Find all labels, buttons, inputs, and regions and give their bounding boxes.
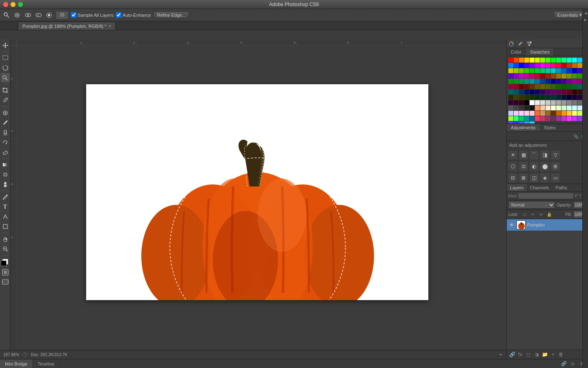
swatch[interactable]	[567, 84, 572, 89]
swatch[interactable]	[556, 105, 561, 110]
swatch[interactable]	[519, 58, 524, 63]
swatch[interactable]	[508, 58, 513, 63]
swatch[interactable]	[572, 79, 577, 84]
swatch[interactable]	[540, 95, 545, 100]
layers-filter-input[interactable]	[518, 193, 574, 199]
swatch[interactable]	[577, 63, 582, 68]
swatch[interactable]	[561, 105, 566, 110]
swatch[interactable]	[519, 111, 524, 116]
new-adjustment-button[interactable]: ◑	[533, 351, 540, 358]
swatch[interactable]	[508, 116, 513, 121]
swatch[interactable]	[519, 74, 524, 79]
swatch[interactable]	[540, 116, 545, 121]
quick-mask-button[interactable]	[1, 268, 10, 277]
layers-tab[interactable]: Layers	[507, 184, 527, 191]
new-group-button[interactable]: 📁	[541, 351, 548, 358]
swatch[interactable]	[551, 111, 556, 116]
swatch[interactable]	[567, 111, 572, 116]
swatch[interactable]	[519, 100, 524, 105]
swatches-tab[interactable]: Swatches	[526, 48, 554, 56]
window-controls[interactable]	[3, 2, 23, 7]
zoom-tool[interactable]	[1, 245, 10, 254]
swatch[interactable]	[535, 84, 540, 89]
swatch[interactable]	[524, 68, 529, 73]
swatch[interactable]	[556, 111, 561, 116]
color-panel-icon[interactable]	[507, 39, 516, 48]
swatch[interactable]	[577, 68, 582, 73]
swatch[interactable]	[567, 105, 572, 110]
swatch[interactable]	[551, 68, 556, 73]
swatch[interactable]	[572, 68, 577, 73]
swatch[interactable]	[556, 74, 561, 79]
path-selection-tool[interactable]	[1, 212, 10, 221]
swatch[interactable]	[514, 100, 519, 105]
swatch[interactable]	[577, 74, 582, 79]
swatch[interactable]	[524, 95, 529, 100]
screen-mode-button[interactable]	[1, 278, 10, 287]
healing-tool[interactable]	[1, 108, 10, 117]
swatch[interactable]	[519, 90, 524, 94]
black-white-icon[interactable]: ◐	[530, 162, 539, 171]
swatch[interactable]	[508, 68, 513, 73]
brush-presets-icon[interactable]	[525, 39, 534, 48]
timeline-tab[interactable]: Timeline	[33, 359, 60, 368]
swatch[interactable]	[514, 111, 519, 116]
swatch[interactable]	[530, 79, 535, 84]
swatch[interactable]	[540, 68, 545, 73]
swatch[interactable]	[572, 74, 577, 79]
swatch[interactable]	[535, 100, 540, 105]
brush-preset-icon[interactable]	[45, 11, 53, 19]
swatch[interactable]	[577, 79, 582, 84]
swatch[interactable]	[540, 79, 545, 84]
swatch[interactable]	[519, 95, 524, 100]
swatch[interactable]	[572, 84, 577, 89]
swatch[interactable]	[540, 105, 545, 110]
swatch[interactable]	[540, 58, 545, 63]
swatch[interactable]	[530, 68, 535, 73]
swatch[interactable]	[561, 95, 566, 100]
swatch[interactable]	[567, 68, 572, 73]
color-balance-icon[interactable]: ⚖	[519, 162, 528, 171]
swatch[interactable]	[551, 79, 556, 84]
swatch[interactable]	[577, 100, 582, 105]
posterize-icon[interactable]: ⊠	[519, 173, 528, 182]
swatch[interactable]	[535, 63, 540, 68]
swatch[interactable]	[535, 90, 540, 94]
swatch[interactable]	[561, 116, 566, 121]
close-tab-button[interactable]: ×	[109, 24, 111, 28]
swatch[interactable]	[546, 116, 550, 121]
swatch[interactable]	[572, 116, 577, 121]
swatch[interactable]	[551, 116, 556, 121]
lasso-tool[interactable]	[1, 63, 10, 72]
swatch[interactable]	[577, 90, 582, 94]
auto-enhance-checkbox[interactable]: Auto-Enhance	[116, 12, 151, 18]
curves-icon[interactable]: ⌒	[530, 150, 539, 159]
brush-size-display[interactable]: 15	[56, 11, 69, 19]
swatch[interactable]	[530, 105, 535, 110]
swatch[interactable]	[577, 105, 582, 110]
swatch[interactable]	[567, 95, 572, 100]
swatch[interactable]	[561, 84, 566, 89]
swatch[interactable]	[556, 79, 561, 84]
foreground-background-colors[interactable]	[1, 258, 10, 267]
lock-all-button[interactable]: 🔒	[546, 211, 552, 218]
swatch[interactable]	[514, 68, 519, 73]
invert-icon[interactable]: ⊟	[508, 173, 517, 182]
swatch[interactable]	[546, 79, 550, 84]
swatch[interactable]	[530, 84, 535, 89]
swatch[interactable]	[508, 63, 513, 68]
swatch[interactable]	[567, 74, 572, 79]
clone-stamp-tool[interactable]	[1, 128, 10, 137]
levels-icon[interactable]: ▦	[519, 150, 528, 159]
swatch[interactable]	[561, 63, 566, 68]
mini-bridge-tab[interactable]: Mini Bridge	[0, 359, 33, 368]
swatch[interactable]	[577, 58, 582, 63]
lock-transparent-button[interactable]: ⬡	[521, 211, 528, 218]
swatch[interactable]	[514, 95, 519, 100]
blend-mode-select[interactable]: Normal	[508, 201, 555, 209]
swatch[interactable]	[546, 63, 550, 68]
selective-color-icon[interactable]: ◈	[540, 173, 549, 182]
swatch[interactable]	[540, 100, 545, 105]
lock-position-button[interactable]: ✛	[538, 211, 544, 218]
status-arrow-icon[interactable]	[498, 352, 503, 357]
